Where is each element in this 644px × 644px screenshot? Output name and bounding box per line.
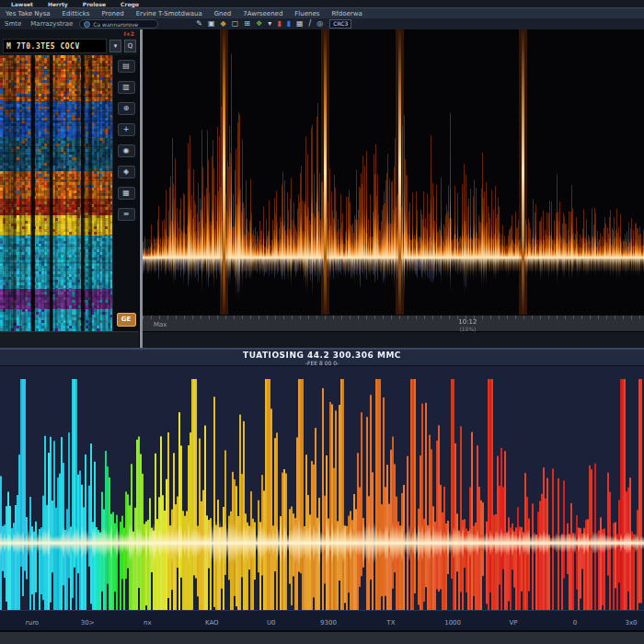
main-waveform-display[interactable]	[143, 29, 644, 315]
ruler-label: 1000	[444, 619, 461, 627]
transport-combo[interactable]: Ca wannarorove	[79, 19, 158, 29]
grid-button[interactable]: ▦	[118, 187, 135, 200]
menu-item[interactable]: Fluenes	[294, 10, 319, 17]
crosshair-button[interactable]: +	[118, 123, 135, 136]
pencil-icon[interactable]: ✎	[196, 19, 202, 29]
menu-item[interactable]: Prolose	[83, 1, 106, 7]
left-panel-footer	[0, 331, 139, 348]
menu-item[interactable]: 7Awrseened	[243, 10, 282, 17]
window-icon[interactable]: ⊞	[244, 19, 250, 29]
menu-item[interactable]: Ervine T-Smotdwaua	[136, 10, 202, 17]
meter-blue-icon[interactable]: ▮	[287, 19, 291, 29]
transport-badge-icon	[84, 21, 90, 28]
bottom-waveform-display[interactable]	[0, 366, 644, 610]
menu-item[interactable]: Rfdoerwa	[331, 10, 362, 17]
record-indicator: I+2	[124, 30, 134, 37]
footer-bar	[0, 630, 644, 644]
marker-icon[interactable]: ◆	[221, 19, 226, 29]
spectrogram-display[interactable]	[0, 55, 112, 331]
menu-item[interactable]: Lawset	[11, 1, 33, 7]
ruler-label: 3x0	[625, 619, 637, 627]
menubar-row1: LawsetHerrtyProloseCrogo	[0, 0, 644, 7]
menu-item[interactable]: Gned	[214, 10, 232, 17]
record-button[interactable]: ◉	[118, 144, 135, 157]
menu-item[interactable]: Editticks	[63, 10, 90, 17]
camera-icon[interactable]: ◎	[316, 19, 323, 29]
ruler-label: 0	[573, 619, 577, 627]
bottom-waveform-panel	[0, 366, 644, 610]
toolbar-left-items: SmteMarrazystrae	[5, 20, 73, 28]
ruler-label: 30>	[81, 619, 95, 627]
list-button[interactable]: ▤	[118, 60, 135, 73]
menu-item[interactable]: Yes Take Nysa	[6, 10, 51, 17]
main-waveform-panel: Max 10:12 (10%)	[140, 29, 644, 348]
snap-button[interactable]: ◈	[118, 166, 135, 178]
ruler-label: U0	[267, 619, 276, 627]
menu-button[interactable]: ≡	[118, 208, 135, 221]
monitor-icon[interactable]: ▢	[232, 19, 239, 29]
main-timeline-ruler[interactable]: Max 10:12 (10%)	[143, 315, 644, 331]
main-panel-substrip	[143, 331, 644, 348]
ruler-label: KAO	[205, 619, 219, 627]
transport-combo-value: Ca wannarorove	[93, 21, 138, 28]
status-bar: TUATIOSING 44.2 300.306 MMC -FEE 8 00 0-	[0, 348, 644, 366]
menu-item[interactable]: Herrty	[48, 1, 68, 7]
clipboard-icon[interactable]: ▣	[208, 19, 215, 29]
crc-chip[interactable]: CRC3	[329, 19, 351, 29]
side-toolbar: ▤▥⊕+◉◈▦≡GE	[112, 55, 139, 331]
caret-down-icon[interactable]: ▾	[268, 19, 271, 29]
grid-icon[interactable]: ▦	[296, 19, 304, 29]
menu-item[interactable]: Proned	[101, 10, 123, 17]
ruler-label: 9300	[320, 619, 337, 627]
ruler-label: ruro	[26, 619, 39, 627]
fx-dropdown-icon[interactable]: ❖	[256, 19, 262, 29]
toolbar-item[interactable]: Smte	[5, 20, 21, 28]
menu-item[interactable]: Crogo	[121, 1, 139, 7]
layers-button[interactable]: ▥	[118, 81, 135, 94]
zoom-button[interactable]: Q	[124, 40, 136, 52]
pen-icon[interactable]: /	[309, 19, 312, 29]
menubar-row2: Yes Take NysaEditticksPronedErvine T-Smo…	[0, 7, 644, 18]
ruler-label: VP	[509, 619, 517, 627]
workspace: I+2 M 7T0.3TE5 COCV ▾ Q ▤▥⊕+◉◈▦≡GE Max 1…	[0, 29, 644, 348]
toolbar-icons: ✎▣◆▢⊞❖▾▮▮▦/◎	[196, 19, 323, 29]
ruler-percent-label: (10%)	[459, 326, 476, 332]
ruler-label: TX	[386, 619, 395, 627]
meter-red-icon[interactable]: ▮	[277, 19, 281, 29]
ge-button[interactable]: GE	[117, 313, 136, 327]
main-toolbar: SmteMarrazystrae Ca wannarorove ✎▣◆▢⊞❖▾▮…	[0, 18, 644, 29]
left-panel: I+2 M 7T0.3TE5 COCV ▾ Q ▤▥⊕+◉◈▦≡GE	[0, 29, 140, 348]
ruler-label: nx	[144, 619, 152, 627]
position-readout: M 7T0.3TE5 COCV	[3, 39, 107, 53]
ruler-max-label: Max	[154, 321, 167, 328]
toolbar-item[interactable]: Marrazystrae	[30, 20, 73, 28]
caret-button[interactable]: ▾	[109, 40, 121, 52]
ruler-time-label: 10:12	[458, 318, 477, 326]
bottom-timeline-ruler[interactable]: ruro30>nxKAOU09300TX1000VP03x0	[0, 610, 644, 630]
zoom-in-button[interactable]: ⊕	[118, 102, 135, 115]
